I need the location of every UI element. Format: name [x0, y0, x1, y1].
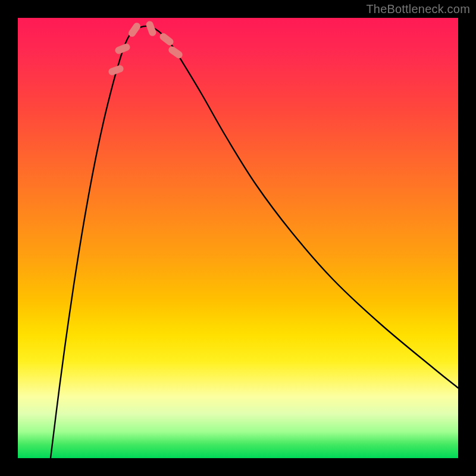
marker-right-upper	[167, 45, 184, 60]
plot-area	[18, 18, 458, 458]
watermark-text: TheBottleneck.com	[366, 2, 470, 16]
curve-markers	[108, 20, 184, 76]
curve-layer	[18, 18, 458, 458]
bottleneck-curve	[51, 26, 458, 458]
